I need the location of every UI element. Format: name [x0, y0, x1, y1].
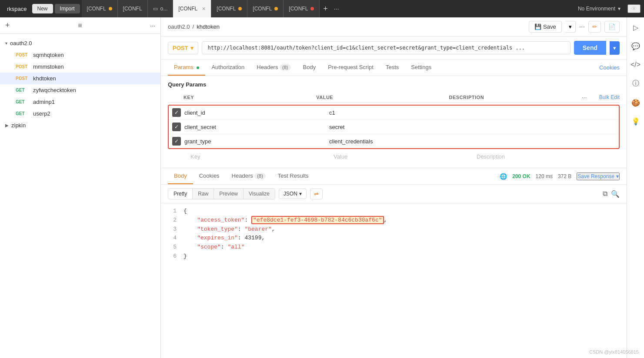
param-value-2[interactable]: secret	[326, 124, 470, 130]
collection-name-oauth: oauth2.0	[10, 40, 32, 46]
request-name: userp2	[33, 110, 50, 117]
json-key: "expires_in"	[184, 235, 238, 241]
params-active-dot	[197, 66, 199, 69]
tab-close-icon[interactable]: ✕	[202, 6, 206, 12]
resp-tab-cookies[interactable]: Cookies	[193, 168, 226, 184]
request-adminp1[interactable]: GET adminp1	[0, 96, 160, 108]
line-number: 2	[168, 216, 177, 225]
collection-header-zipkin[interactable]: ▶ zipkin	[0, 119, 160, 131]
send-button[interactable]: Send	[574, 41, 606, 55]
send-dropdown-button[interactable]: ▾	[610, 41, 620, 55]
sidebar-filter-button[interactable]: ≡	[13, 22, 147, 30]
request-name: sqmhqtoken	[33, 52, 64, 58]
tab-list: [CONFL [CONFL ▭ o... [CONFL ✕ [CONFL [CO…	[82, 0, 571, 17]
format-tab-pretty[interactable]: Pretty	[168, 189, 193, 199]
sidebar-add-button[interactable]: +	[5, 21, 10, 30]
row-checkbox-2[interactable]: ✓	[172, 123, 181, 131]
format-tab-visualize[interactable]: Visualize	[244, 189, 275, 199]
copy-button[interactable]: ⧉	[603, 190, 607, 198]
row-checkbox-3[interactable]: ✓	[172, 137, 181, 146]
line-number: 1	[168, 207, 177, 216]
request-tabs: Params Authorization Headers (8) Body Pr…	[161, 60, 627, 76]
top-bar: rkspace New Import [CONFL [CONFL ▭ o... …	[0, 0, 644, 17]
line-content: "token_type": "bearer",	[184, 225, 620, 234]
format-tab-preview[interactable]: Preview	[214, 189, 244, 199]
request-mmmstoken[interactable]: POST mmmstoken	[0, 61, 160, 73]
param-key-3[interactable]: grant_type	[181, 138, 326, 145]
request-sqmhqtoken[interactable]: POST sqmhqtoken	[0, 49, 160, 61]
right-bulb-icon[interactable]: 💡	[629, 115, 643, 128]
request-zyfwqchecktoken[interactable]: GET zyfwqchecktoken	[0, 84, 160, 96]
header-more-button[interactable]: ···	[579, 23, 585, 31]
row-checkbox-1[interactable]: ✓	[172, 108, 181, 117]
param-key-2[interactable]: client_secret	[181, 124, 326, 130]
tab-authorization[interactable]: Authorization	[205, 60, 250, 76]
tab-params[interactable]: Params	[168, 60, 205, 76]
json-value: "bearer"	[244, 226, 271, 232]
cookies-link[interactable]: Cookies	[599, 64, 620, 71]
save-response-button[interactable]: Save Response ▾	[577, 172, 620, 180]
resp-tab-headers[interactable]: Headers (8)	[226, 168, 272, 184]
tab-5[interactable]: [CONFL	[211, 0, 247, 17]
format-type-selector[interactable]: JSON ▾	[279, 189, 307, 199]
param-value-3[interactable]: client_credentials	[326, 138, 470, 145]
environment-selector[interactable]: No Environment ▾	[573, 6, 626, 12]
tab-7[interactable]: [CONFL	[284, 0, 320, 17]
empty-desc-input[interactable]: Description	[473, 153, 616, 160]
collection-header-oauth[interactable]: ▾ oauth2.0	[0, 37, 160, 49]
resp-tab-body[interactable]: Body	[168, 168, 193, 184]
content-area: oauth2.0 / khdtoken 💾 Save ▾ ··· ✏ 📄 POS…	[161, 17, 627, 358]
tab-1[interactable]: [CONFL	[82, 0, 118, 17]
doc-icon-button[interactable]: 📄	[604, 21, 620, 33]
status-size: 372 B	[558, 173, 571, 179]
right-chat-icon[interactable]: 💬	[629, 40, 643, 53]
tab-6[interactable]: [CONFL	[247, 0, 284, 17]
tab-settings[interactable]: Settings	[405, 60, 437, 76]
tab-tests[interactable]: Tests	[380, 60, 405, 76]
tab-headers[interactable]: Headers (8)	[250, 60, 297, 76]
line-number: 6	[168, 252, 177, 261]
new-button[interactable]: New	[32, 4, 53, 13]
save-dropdown-button[interactable]: ▾	[565, 21, 576, 33]
param-value-1[interactable]: c1	[326, 109, 470, 116]
url-input[interactable]	[202, 41, 570, 54]
empty-row: Key Value Description	[168, 151, 620, 162]
tab-body[interactable]: Body	[297, 60, 322, 76]
tab-4-active[interactable]: [CONFL ✕	[173, 0, 211, 17]
sidebar-more-button[interactable]: ···	[150, 22, 155, 29]
param-key-1[interactable]: client_id	[181, 109, 326, 116]
right-info-icon[interactable]: ⓘ	[630, 76, 642, 91]
request-userp2[interactable]: GET userp2	[0, 108, 160, 119]
right-cookie-icon[interactable]: 🍪	[629, 96, 643, 109]
eye-button[interactable]: 👁	[627, 4, 641, 13]
save-button[interactable]: 💾 Save	[529, 21, 562, 33]
bulk-edit-link[interactable]: Bulk Edit	[599, 94, 620, 100]
empty-value-input[interactable]: Value	[330, 153, 473, 160]
tab-more-button[interactable]: ···	[331, 5, 342, 12]
table-header: KEY VALUE DESCRIPTION ··· Bulk Edit	[168, 92, 620, 103]
chevron-right-icon: ▶	[5, 123, 9, 128]
tab-2[interactable]: [CONFL	[118, 0, 148, 17]
edit-icon-button[interactable]: ✏	[588, 21, 601, 33]
right-code-icon[interactable]: </>	[628, 58, 643, 71]
tab-3[interactable]: ▭ o...	[148, 0, 174, 17]
search-response-button[interactable]: 🔍	[611, 190, 620, 198]
tab-prerequest[interactable]: Pre-request Script	[322, 60, 380, 76]
method-selector[interactable]: POST ▾	[168, 42, 198, 54]
empty-key-input[interactable]: Key	[187, 153, 330, 160]
right-send-icon[interactable]: ▷	[631, 21, 641, 34]
url-bar: POST ▾ Send ▾	[161, 36, 627, 60]
request-khdtoken[interactable]: POST khdtoken	[0, 73, 160, 84]
resp-tab-test-results[interactable]: Test Results	[272, 168, 315, 184]
code-line-5: 5 "scope": "all"	[168, 243, 620, 252]
chevron-down-icon: ▾	[299, 191, 302, 197]
import-button[interactable]: Import	[55, 4, 80, 13]
tab-label: o...	[160, 6, 168, 12]
breadcrumb: oauth2.0 / khdtoken	[168, 23, 525, 30]
status-time: 120 ms	[536, 173, 553, 179]
chevron-down-icon: ▾	[5, 41, 7, 46]
json-key: "token_type"	[184, 226, 238, 232]
format-tab-raw[interactable]: Raw	[193, 189, 214, 199]
wrap-button[interactable]: ⇌	[310, 189, 323, 199]
add-tab-button[interactable]: +	[320, 4, 331, 13]
